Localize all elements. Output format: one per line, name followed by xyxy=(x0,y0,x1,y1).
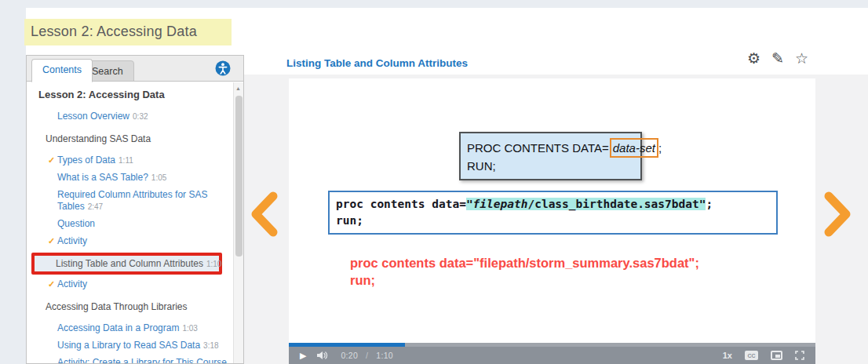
sidebar-item: Understanding SAS Data xyxy=(46,133,243,144)
current-time: 0:20 xyxy=(341,351,358,360)
scrollbar-thumb[interactable] xyxy=(235,96,243,257)
time-separator: / xyxy=(366,351,368,360)
data-set-placeholder: data-set xyxy=(610,138,658,158)
sidebar-item: Lesson 2: Accessing Data xyxy=(38,89,243,100)
item-duration: 1:03 xyxy=(182,324,197,333)
playback-speed-button[interactable]: 1x xyxy=(723,351,732,360)
completed-check-icon: ✓ xyxy=(48,155,55,166)
favorite-star-icon[interactable]: ☆ xyxy=(795,49,808,67)
code-segment: /class_birthdate.sas7bdat" xyxy=(527,198,706,210)
slide-area: PROC CONTENTS DATA=data-set; RUN; proc c… xyxy=(289,78,815,343)
sidebar-item[interactable]: ✓Activity xyxy=(57,235,232,247)
next-slide-arrow[interactable] xyxy=(818,191,855,238)
fullscreen-icon[interactable] xyxy=(795,351,804,360)
scroll-up-icon[interactable]: ▲ xyxy=(235,86,241,91)
sidebar-item[interactable]: Activity: Create a Library for This Cour… xyxy=(57,357,232,364)
previous-slide-arrow[interactable] xyxy=(246,191,284,238)
completed-check-icon: ✓ xyxy=(48,278,55,290)
sidebar-item[interactable]: Required Column Attributes for SAS Table… xyxy=(57,189,232,213)
slide-title: Listing Table and Column Attributes xyxy=(286,57,468,69)
code-segment: " xyxy=(466,198,473,210)
code-segment: ; xyxy=(706,198,713,210)
video-player-bar: ▶ 0:20/1:10 1x CC xyxy=(289,343,815,364)
duration: 1:10 xyxy=(376,351,393,360)
sidebar-item[interactable]: Accessing Data in a Program1:03 xyxy=(57,322,232,334)
sidebar-item[interactable]: What is a SAS Table?1:05 xyxy=(57,172,232,184)
syntax-line-1: PROC CONTENTS DATA=data-set; xyxy=(467,138,634,158)
item-duration: 1:05 xyxy=(151,173,166,182)
captions-icon[interactable]: CC xyxy=(745,351,758,360)
sidebar-item[interactable]: ✓Types of Data1:11 xyxy=(57,155,232,166)
item-duration: 2:47 xyxy=(88,202,103,211)
sidebar-item[interactable]: Question xyxy=(57,218,232,230)
tab-contents[interactable]: Contents xyxy=(31,59,93,82)
sidebar-item-selected[interactable]: Listing Table and Column Attributes1:10 xyxy=(35,256,219,271)
player-right-controls: 1x CC xyxy=(723,351,815,360)
code-segment: proc contents data= xyxy=(336,198,466,210)
sidebar-item[interactable]: ✓Activity xyxy=(57,278,232,290)
code-example-box: proc contents data="filepath/class_birth… xyxy=(328,191,778,235)
edit-pencil-icon[interactable]: ✎ xyxy=(771,49,784,67)
sidebar-item[interactable]: Lesson Overview0:32 xyxy=(57,111,232,122)
sidebar-item[interactable]: Using a Library to Read SAS Data3:18 xyxy=(57,340,232,351)
selected-item-annotation-box: Listing Table and Column Attributes1:10 xyxy=(31,253,222,275)
time-display: 0:20/1:10 xyxy=(341,351,393,360)
accessibility-icon[interactable] xyxy=(215,60,231,76)
settings-gear-icon[interactable]: ⚙ xyxy=(747,49,760,67)
annotation-code-line-1: proc contents data="filepath/storm_summa… xyxy=(350,254,699,271)
sidebar-scrollbar[interactable]: ▲ xyxy=(233,82,243,363)
course-outline-sidebar: Contents Search Lesson 2: Accessing Data… xyxy=(26,55,244,364)
syntax-diagram-box: PROC CONTENTS DATA=data-set; RUN; xyxy=(459,132,642,180)
page-title: Lesson 2: Accessing Data xyxy=(24,19,232,46)
course-outline-list: Lesson 2: Accessing DataLesson Overview0… xyxy=(27,82,243,364)
item-duration: 3:18 xyxy=(203,341,218,350)
volume-icon[interactable] xyxy=(317,351,328,360)
sidebar-item: Accessing Data Through Libraries xyxy=(46,301,243,312)
player-controls: ▶ 0:20/1:10 1x CC xyxy=(289,347,815,364)
item-duration: 0:32 xyxy=(133,112,148,121)
syntax-line-2: RUN; xyxy=(467,158,634,174)
code-line-2: run; xyxy=(336,213,770,229)
sidebar-tabbar: Contents Search xyxy=(27,56,243,82)
code-segment: filepath xyxy=(473,198,528,210)
slide-toolbar: ⚙ ✎ ☆ xyxy=(747,49,822,67)
annotation-code-line-2: run; xyxy=(350,271,699,289)
item-duration: 1:10 xyxy=(206,260,221,268)
completed-check-icon: ✓ xyxy=(48,235,55,247)
code-line-1: proc contents data="filepath/class_birth… xyxy=(336,196,770,213)
annotation-code-text: proc contents data="filepath/storm_summa… xyxy=(350,254,699,289)
item-duration: 1:11 xyxy=(119,156,133,165)
picture-in-picture-icon[interactable] xyxy=(771,351,782,360)
play-button[interactable]: ▶ xyxy=(300,351,306,361)
